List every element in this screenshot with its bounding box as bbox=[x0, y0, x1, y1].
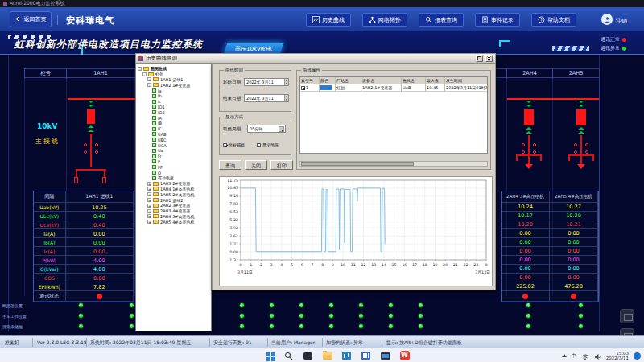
curve-checkbox-icon[interactable] bbox=[152, 94, 156, 98]
ime-indicator[interactable]: 中 bbox=[572, 352, 576, 360]
expand-icon[interactable]: + bbox=[147, 192, 151, 196]
checkbox-icon[interactable] bbox=[223, 143, 227, 147]
chevron-down-icon[interactable] bbox=[279, 126, 284, 132]
nav-help-doc-button[interactable]: 帮助文档 bbox=[531, 13, 576, 27]
close-button[interactable]: 关闭 bbox=[245, 160, 267, 170]
task-view-icon[interactable] bbox=[303, 351, 313, 361]
tree-node[interactable]: +2AH3 4#变压器 bbox=[137, 208, 211, 214]
curve-checkbox-icon[interactable] bbox=[152, 149, 156, 153]
print-button[interactable]: 打印 bbox=[270, 160, 293, 170]
period-dropdown[interactable]: 05分钟 bbox=[247, 125, 286, 133]
collapse-icon[interactable]: - bbox=[142, 72, 147, 76]
tree-node[interactable]: +2AH2 3#变压器 bbox=[137, 203, 211, 208]
breaker-symbol[interactable] bbox=[87, 109, 95, 124]
tree-node[interactable]: Q bbox=[137, 170, 211, 175]
scrollbar-thumb[interactable] bbox=[301, 162, 414, 166]
expand-icon[interactable]: + bbox=[147, 220, 151, 224]
curve-checkbox-icon[interactable] bbox=[152, 127, 156, 131]
tree-node[interactable]: +1AH4 1#高压电机 bbox=[137, 187, 211, 192]
logout-button[interactable]: 注销 bbox=[616, 17, 627, 25]
tree-node[interactable]: +1AH3 2#变压器 bbox=[137, 181, 211, 187]
expand-icon[interactable]: + bbox=[147, 182, 151, 186]
collapse-icon[interactable]: - bbox=[147, 83, 151, 87]
wifi-icon[interactable] bbox=[581, 348, 589, 362]
close-icon[interactable] bbox=[485, 55, 493, 62]
side-panel-button-1[interactable] bbox=[620, 309, 634, 323]
curve-checkbox-icon[interactable] bbox=[152, 110, 156, 114]
tree-node[interactable]: UAB bbox=[137, 132, 211, 138]
expand-icon[interactable]: + bbox=[147, 198, 151, 202]
nav-network-topology-button[interactable]: 网络拓扑 bbox=[362, 13, 407, 27]
restore-window-icon[interactable] bbox=[476, 55, 483, 62]
checkbox-icon[interactable] bbox=[257, 143, 261, 147]
app-table-icon[interactable] bbox=[361, 351, 371, 361]
curve-checkbox-icon[interactable] bbox=[152, 171, 156, 175]
expand-icon[interactable]: + bbox=[147, 77, 151, 81]
spinner-icon[interactable] bbox=[284, 79, 288, 85]
start-button-icon[interactable] bbox=[264, 351, 275, 361]
breaker-symbol[interactable] bbox=[576, 109, 586, 125]
snap-checkbox[interactable]: 坐标捕捉 bbox=[223, 142, 245, 147]
tree-node[interactable]: UBC bbox=[137, 137, 211, 142]
curve-checkbox-icon[interactable] bbox=[152, 138, 156, 142]
collapse-icon[interactable]: - bbox=[138, 67, 142, 71]
expand-icon[interactable]: + bbox=[147, 214, 151, 218]
dialog-titlebar[interactable]: 历史曲线查询 bbox=[135, 53, 496, 64]
tree-node[interactable]: +2AH4 3#高压电机 bbox=[137, 214, 211, 220]
props-row[interactable]: 1虹创1AH2 1#变压器UAB10.452022年3月11日01时32分 bbox=[300, 84, 487, 92]
expand-icon[interactable]: + bbox=[147, 204, 151, 208]
user-avatar-icon[interactable] bbox=[601, 14, 613, 25]
speaker-icon[interactable] bbox=[594, 348, 601, 362]
curve-checkbox-icon[interactable] bbox=[152, 116, 156, 120]
tree-node[interactable]: +1AH5 2#高压电机 bbox=[137, 191, 211, 197]
tree-node[interactable]: P bbox=[137, 159, 211, 165]
nav-history-curve-button[interactable]: 历史曲线 bbox=[306, 13, 351, 27]
tree-node[interactable]: 有功电度 bbox=[137, 175, 211, 181]
curve-checkbox-icon[interactable] bbox=[152, 159, 156, 163]
curve-checkbox-icon[interactable] bbox=[152, 176, 156, 180]
horizontal-scrollbar[interactable] bbox=[299, 161, 488, 167]
curve-checkbox-icon[interactable] bbox=[152, 165, 156, 169]
tree-node[interactable]: -1AH2 1#变压器 bbox=[137, 82, 211, 88]
tree-node[interactable]: IC bbox=[137, 126, 211, 132]
file-explorer-icon[interactable] bbox=[322, 351, 332, 361]
tray-chevron-up-icon[interactable] bbox=[562, 354, 567, 357]
show-max-checkbox[interactable]: 显示最值 bbox=[257, 142, 279, 147]
curve-checkbox-icon[interactable] bbox=[152, 105, 156, 109]
taskbar-clock[interactable]: 15:03 2022/3/11 bbox=[606, 351, 629, 361]
curve-checkbox-icon[interactable] bbox=[152, 154, 156, 158]
tree-node[interactable]: Ic bbox=[137, 99, 211, 105]
tree-node[interactable]: +1AH1 进线1 bbox=[137, 77, 211, 83]
curve-checkbox-icon[interactable] bbox=[152, 132, 156, 136]
back-home-button[interactable]: 返回首页 bbox=[10, 11, 52, 27]
tree-node[interactable]: PF bbox=[137, 164, 211, 170]
nav-report-query-button[interactable]: 报表查询 bbox=[419, 13, 464, 27]
curve-checkbox-icon[interactable] bbox=[152, 88, 156, 93]
tree-node[interactable]: UCA bbox=[137, 142, 211, 148]
checkbox-icon[interactable] bbox=[301, 86, 305, 90]
wps-icon[interactable]: W bbox=[399, 351, 410, 361]
tree-node[interactable]: Ib bbox=[137, 93, 211, 99]
nav-event-log-button[interactable]: 事件记录 bbox=[475, 13, 520, 27]
tree-node[interactable]: IB bbox=[137, 121, 211, 126]
start-date-field[interactable]: 2022年 3月11 bbox=[244, 78, 289, 86]
tree-node[interactable]: +2AH1 进线2 bbox=[137, 197, 211, 203]
tree-node[interactable]: Ua bbox=[137, 148, 211, 154]
app-chart-icon[interactable] bbox=[341, 351, 352, 361]
expand-icon[interactable]: + bbox=[147, 187, 151, 191]
curve-tree-panel[interactable]: -遥测曲线-虹创+1AH1 进线1-1AH2 1#变压器IaIbIcIO1IO2… bbox=[135, 64, 212, 331]
tree-node[interactable]: IO1 bbox=[137, 105, 211, 110]
spinner-icon[interactable] bbox=[284, 95, 288, 101]
tree-node[interactable]: +2AH5 4#高压电机 bbox=[137, 219, 211, 224]
scada-app-icon[interactable] bbox=[380, 351, 390, 361]
tree-node[interactable]: IO2 bbox=[137, 109, 211, 115]
tree-node[interactable]: -虹创 bbox=[137, 72, 211, 77]
tree-node[interactable]: Fr bbox=[137, 154, 211, 159]
tree-node[interactable]: -遥测曲线 bbox=[137, 66, 211, 72]
search-icon[interactable] bbox=[283, 351, 294, 361]
tree-node[interactable]: Ia bbox=[137, 88, 211, 93]
tree-node[interactable]: IA bbox=[137, 115, 211, 121]
query-button[interactable]: 查询 bbox=[219, 160, 242, 170]
breaker-symbol[interactable] bbox=[524, 109, 534, 125]
end-date-field[interactable]: 2022年 3月11 bbox=[244, 94, 289, 102]
